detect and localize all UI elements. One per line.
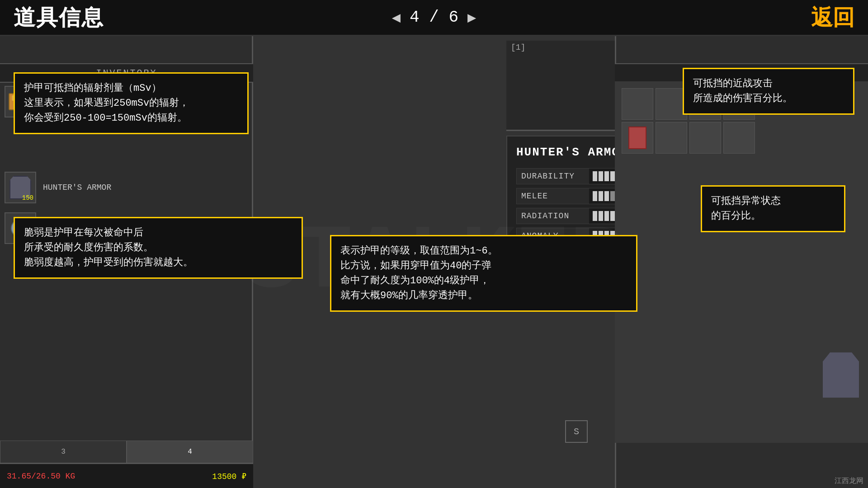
tab-4[interactable]: 4 <box>127 441 253 463</box>
hunter-qty: 150 <box>22 194 33 202</box>
tooltip-class-text: 表示护甲的等级，取值范围为1~6。比方说，如果用穿甲值为40的子弹命中了耐久度为… <box>340 244 627 303</box>
hunter-label: HUNTER'S ARMOR <box>43 183 111 192</box>
weapon-slot-label: [1] <box>511 43 525 52</box>
stat-pip <box>593 191 597 201</box>
stat-label-melee: MELEE <box>517 188 589 204</box>
game-background: 道具信息 ◀ 4 / 6 ▶ 返回 INVENTORY <box>0 0 868 488</box>
tooltip-anomaly: 可抵挡异常状态的百分比。 <box>701 185 845 232</box>
header-bar: 道具信息 ◀ 4 / 6 ▶ 返回 <box>0 0 868 36</box>
stat-label-radiation: RADIATION <box>517 208 589 224</box>
tooltip-radiation-text: 护甲可抵挡的辐射剂量（mSv）这里表示，如果遇到250mSv的辐射，你会受到25… <box>24 81 238 126</box>
stat-pip <box>593 171 597 181</box>
site-watermark: 江西龙网 <box>835 476 863 486</box>
tooltip-radiation: 护甲可抵挡的辐射剂量（mSv）这里表示，如果遇到250mSv的辐射，你会受到25… <box>14 72 249 134</box>
tooltip-fragility: 脆弱是护甲在每次被命中后所承受的耐久度伤害的系数。脆弱度越高，护甲受到的伤害就越… <box>14 217 303 279</box>
stat-pip <box>610 171 615 181</box>
nav-controls: ◀ 4 / 6 ▶ <box>392 8 476 27</box>
stat-pip <box>593 211 597 221</box>
stat-label-durability: DURABILITY <box>517 169 589 184</box>
stat-pip <box>599 191 603 201</box>
tooltip-fragility-text: 脆弱是护甲在每次被命中后所承受的耐久度伤害的系数。脆弱度越高，护甲受到的伤害就越… <box>24 225 292 270</box>
next-arrow[interactable]: ▶ <box>467 9 476 27</box>
stat-pip <box>604 211 609 221</box>
slot-s-button[interactable]: S <box>565 420 588 443</box>
tab-row: 3 4 <box>0 441 253 463</box>
stat-pip <box>604 191 609 201</box>
page-title: 道具信息 <box>14 3 104 32</box>
hunter-armor-item[interactable]: 150 HUNTER'S ARMOR <box>5 172 111 203</box>
nav-counter: 4 / 6 <box>410 8 458 27</box>
money-display: 13500 ₽ <box>212 471 246 481</box>
prev-arrow[interactable]: ◀ <box>392 9 401 27</box>
tooltip-melee: 可抵挡的近战攻击所造成的伤害百分比。 <box>683 68 854 115</box>
stat-pip <box>610 191 615 201</box>
tooltip-melee-text: 可抵挡的近战攻击所造成的伤害百分比。 <box>693 76 844 106</box>
return-button[interactable]: 返回 <box>811 3 854 32</box>
stat-pip <box>610 211 615 221</box>
stat-pip <box>599 171 603 181</box>
weight-display: 31.65/26.50 KG <box>7 472 75 481</box>
stat-pip <box>604 171 609 181</box>
tooltip-class: 表示护甲的等级，取值范围为1~6。比方说，如果用穿甲值为40的子弹命中了耐久度为… <box>330 235 637 312</box>
status-bar: 31.65/26.50 KG 13500 ₽ <box>0 463 253 488</box>
tab-3[interactable]: 3 <box>0 441 127 463</box>
tooltip-anomaly-text: 可抵挡异常状态的百分比。 <box>711 194 835 224</box>
stat-pip <box>599 211 603 221</box>
